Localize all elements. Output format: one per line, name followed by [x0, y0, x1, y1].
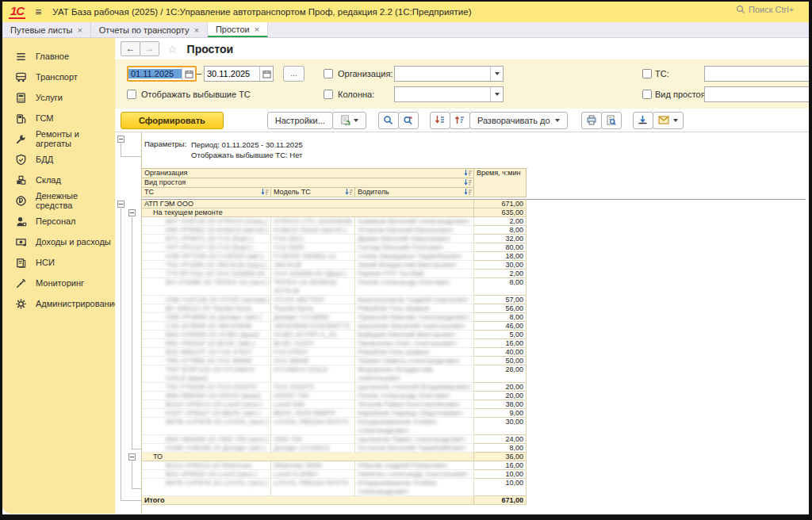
time-value[interactable]: 20,00: [474, 392, 527, 400]
sort-icon[interactable]: [464, 189, 472, 197]
tc-input[interactable]: [704, 66, 809, 82]
driver-cell[interactable]: Федоренко Владислав Анатольевич: [355, 365, 474, 383]
back-button[interactable]: ←: [121, 41, 140, 56]
time-value[interactable]: 635,00: [474, 208, 527, 217]
tc-cell[interactable]: В94 АВ9490 23 УМЗ 700 (экск.): [142, 435, 271, 444]
tc-cell[interactable]: В22 АР8022 23 Lovol (экск.): [142, 470, 271, 479]
driver-cell[interactable]: Ряжабов Голь Шавкат: [355, 304, 474, 313]
model-cell[interactable]: УАЗ 38849: [271, 357, 355, 365]
tc-cell[interactable]: В21Н АР8214 23 Lovol (экск.): [142, 400, 271, 409]
sidebar-item-Главное[interactable]: Главное: [2, 46, 115, 67]
period-more-button[interactable]: ...: [283, 66, 304, 82]
tc-cell[interactable]: О88 УР3888 23 Допарс (авт.): [142, 313, 271, 322]
driver-cell[interactable]: Демин Евгений Николаевич: [355, 235, 474, 243]
tab-close-icon[interactable]: ×: [193, 25, 198, 35]
time-value[interactable]: 16,00: [474, 461, 527, 470]
driver-cell[interactable]: Никитин Александр Анатольевич: [355, 470, 474, 479]
model-cell[interactable]: ПАЗ 231873: [271, 383, 355, 392]
driver-cell[interactable]: Эсонов Павел Константинович: [355, 400, 474, 409]
header-org[interactable]: Организация: [142, 169, 474, 178]
tc-cell[interactable]: В213 АР8213 23 Shacman (сам.): [142, 461, 271, 470]
tab-close-icon[interactable]: ×: [77, 25, 82, 35]
time-value[interactable]: 10,00: [474, 470, 527, 479]
time-value[interactable]: 38,00: [474, 400, 527, 409]
group-label[interactable]: На текущем ремонте: [142, 208, 474, 217]
collapse-box-to[interactable]: [128, 453, 136, 461]
model-cell[interactable]: УМЗ 700: [271, 435, 355, 444]
tc-cell[interactable]: В07 УА8719 23 STRICH (спец.): [142, 217, 271, 226]
tc-cell[interactable]: В71 УР8971 23 ГАЗ (борт.): [142, 235, 271, 243]
show-retired-checkbox[interactable]: [127, 90, 136, 99]
sidebar-item-Транспорт[interactable]: Транспорт: [2, 67, 115, 87]
tc-cell[interactable]: С34 АУ3848 23 ЭКН23648 (экск.): [142, 322, 271, 331]
model-cell[interactable]: Допарс СУ16850: [271, 313, 355, 322]
collapse-groups-button[interactable]: [430, 112, 450, 129]
model-cell[interactable]: STRICH СТА 2243/3648: [271, 217, 355, 226]
driver-cell[interactable]: Карабаев Нариад Абдуллаевич: [355, 409, 474, 418]
sidebar-item-БДД[interactable]: БДД: [2, 149, 115, 170]
driver-cell[interactable]: Цыганков Алексей Владимирович: [355, 383, 474, 392]
time-value[interactable]: 20,00: [474, 383, 527, 392]
model-cell[interactable]: LOVOL РВ5164 8УО74: [271, 418, 355, 435]
driver-cell[interactable]: Юлдашевжанов Отабек Александрович: [355, 418, 474, 435]
settings-button[interactable]: Настройки...: [267, 112, 333, 129]
global-search[interactable]: Поиск Ctrl+: [736, 5, 809, 14]
time-value[interactable]: 46,00: [474, 322, 527, 331]
group-label[interactable]: Итого: [142, 496, 474, 505]
search-button[interactable]: [378, 112, 399, 129]
model-cell[interactable]: УАЗ 220695-04 (фург.): [271, 270, 355, 278]
tc-cell[interactable]: Т02 АТ1096 23 ЭКСКАВ (груз.): [142, 261, 271, 270]
time-value[interactable]: 8,00: [474, 313, 527, 322]
chevron-down-icon[interactable]: [490, 67, 503, 81]
driver-cell[interactable]: Закий Владислав Викторович: [355, 261, 474, 270]
tc-cell[interactable]: В01 8881ОТ 23 ГАЗ 27527: [142, 348, 271, 357]
time-value[interactable]: 5,00: [474, 331, 527, 339]
group-label[interactable]: ТО: [142, 453, 474, 461]
tc-cell[interactable]: У07 УР1247 23 ГАЗ (борт.): [142, 243, 271, 252]
header-model[interactable]: Модель ТС: [271, 188, 355, 197]
driver-cell[interactable]: Цыганков Павел Александрович: [355, 435, 474, 444]
sort-icon[interactable]: [261, 189, 269, 197]
main-menu-icon[interactable]: ≡: [35, 6, 41, 18]
driver-cell[interactable]: Хомяков Виталий Александрович: [355, 217, 474, 226]
group-label[interactable]: АТП ГЭМ ООО: [142, 200, 474, 208]
model-cell[interactable]: LOVOL РВ5164 8УО74: [271, 479, 355, 496]
favorite-star-icon[interactable]: ☆: [167, 43, 178, 55]
driver-cell[interactable]: Туркенов Максим Александрович: [355, 313, 474, 322]
time-value[interactable]: 40,00: [474, 348, 527, 357]
org-combo[interactable]: [394, 66, 504, 82]
time-value[interactable]: 32,00: [474, 235, 527, 243]
model-cell[interactable]: Shacman 3000: [271, 461, 355, 470]
model-cell[interactable]: УСНО 4ВСТОН: [271, 296, 355, 304]
model-cell[interactable]: УСВО 4СТЗП-4_23: [271, 331, 355, 339]
generate-button[interactable]: Сформировать: [121, 112, 224, 129]
time-value[interactable]: 671,00: [474, 200, 527, 208]
downtime-type-input[interactable]: [704, 86, 809, 102]
model-cell[interactable]: ГАЗПЗЛ 330862-12: [271, 252, 355, 261]
model-cell[interactable]: НОНО 750: [271, 392, 355, 400]
time-value[interactable]: 18,00: [474, 252, 527, 261]
time-value[interactable]: 56,00: [474, 304, 527, 313]
model-cell[interactable]: Допарс СУ19013: [271, 444, 355, 453]
sidebar-item-Склад[interactable]: Склад: [2, 170, 115, 190]
time-value[interactable]: 57,00: [474, 296, 527, 304]
report-variants-button[interactable]: [332, 112, 366, 129]
driver-cell[interactable]: Гончар Евгений Олегович: [355, 243, 474, 252]
sort-icon[interactable]: [464, 179, 472, 188]
tc-cell[interactable]: Т93 УТ9238 23 ПАЗ 231872 (авт.): [142, 383, 271, 392]
model-cell[interactable]: ЭКСКАВ: [271, 261, 355, 270]
preview-button[interactable]: [601, 112, 622, 129]
header-tc[interactable]: ТС: [142, 188, 271, 197]
sidebar-item-Доходы и расходы[interactable]: Доходы и расходы: [2, 231, 115, 252]
time-value[interactable]: 2,00: [474, 217, 527, 226]
model-cell[interactable]: ЭКН23648 0132368773: [271, 322, 355, 331]
driver-cell[interactable]: Тапкин Никита Александрович: [355, 357, 474, 365]
collapse-box-repair[interactable]: [128, 209, 136, 216]
tab-Простои[interactable]: Простои×: [208, 22, 268, 37]
send-mail-button[interactable]: [653, 112, 684, 129]
calendar-icon[interactable]: [182, 67, 195, 80]
tc-cell[interactable]: Т75 ВТ7411 23 УАЗ 220695-04: [142, 270, 271, 278]
model-cell[interactable]: Lovol FL936H: [271, 470, 355, 479]
tc-cell[interactable]: В98 ЛВ8094 23 НОНО (кран): [142, 392, 271, 400]
driver-cell[interactable]: Гиряев ПТР Тычбай: [355, 270, 474, 278]
